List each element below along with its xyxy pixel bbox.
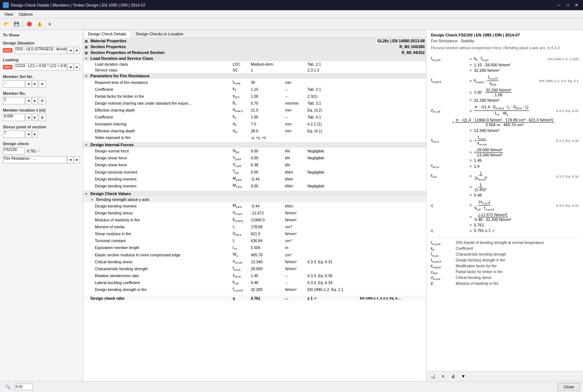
ted-ref: Negligible [306,168,359,175]
expand-icon-mp[interactable]: ▣ [85,39,88,43]
fire-dropdown[interactable]: Fire Resistance - ... [3,156,67,163]
ldc-sym: LDC [231,61,250,67]
rp-btn-2[interactable]: ≡ [438,372,448,381]
cv-sigma-extra [358,209,426,216]
ned-ref: Negligible [306,148,359,155]
cv-e005-label: Modulus of elasticity in fire [83,217,231,224]
pf-label: Partial factor for timber in fire [83,93,231,100]
tab-design-checks-location[interactable]: Design Checks in Location [131,30,188,38]
toolbar-btn-4[interactable]: ⚠️ [35,19,44,29]
toolbar-btn-1[interactable]: 📂 [1,19,11,29]
member-location-input[interactable]: 0.000 [3,114,25,121]
fire-req-extra [358,79,426,86]
formula-block-6: η = |σm,y,d| kcrit · fm,y,d,fi 6.3.3, Eq… [431,199,579,233]
bending-header-row: ▼ Bending strength about y-axis [83,197,426,202]
design-situation-dropdown[interactable]: DSS - ULS (STR/GEO) - Accident... [15,47,67,54]
rp-btn-3[interactable]: 🖨 [448,372,458,381]
status-search-btn[interactable]: 🔍 [3,382,12,392]
mn-prev-btn[interactable]: ◄ [26,97,31,104]
tab-design-check-details[interactable]: Design Check Details [83,30,131,38]
formula-row-sigma-crit-2: = π · √(1.4 · 11960.0 N/mm² · 178.89 cm⁴… [431,118,579,127]
def-row: Effective charring depth def 28.0 mm Eq.… [83,128,426,135]
mn-next-btn[interactable]: ► [32,97,38,104]
ml-next-btn[interactable]: ► [32,114,38,121]
maximize-button[interactable]: □ [564,1,571,9]
vzed-label: Design shear force [83,162,231,168]
cv-e005-unit: N/mm² [284,217,306,224]
ds-next-btn[interactable]: ► [74,47,80,54]
def-extra [358,128,426,135]
check-ratio-row: Design check ratio η 0.761 -- ≤ 1 ✓ EN 1… [83,295,426,301]
menu-options[interactable]: Options [16,11,36,17]
ned-row: Design normal force NEd 0.00 kN Negligib… [83,148,426,155]
mzed-label: Design bending moment [83,182,231,189]
se-label: Sides exposed to fire [83,135,231,140]
ldc-extra [358,61,426,67]
ted-unit: kNm [284,168,306,175]
close-button[interactable]: ✕ [573,1,580,9]
ecd-unit: mm [284,106,306,113]
ml-prev-btn[interactable]: ◄ [26,114,31,121]
ml-action-btn[interactable]: ⊞ [39,114,46,121]
member-no-label: Member No. [3,91,80,96]
rp-btn-1[interactable]: 📊 [428,372,437,381]
expand-icon-fp[interactable]: ▼ [85,74,88,78]
menu-view[interactable]: View [1,11,16,17]
expand-icon-bending[interactable]: ▼ [90,198,94,202]
pf-unit: -- [284,93,306,100]
ted-value: 0.00 [249,168,283,175]
toolbar-btn-2[interactable]: 💾 [12,19,21,29]
right-panel: Design Check FS2100 | EN 1995 | DIN | 20… [426,30,583,381]
material-properties-value: GL28c | EN 14080:2013-08 [358,38,426,44]
legend-fmy20: fm,y,20 20% fractile of bending strength… [431,241,579,246]
myed-sym: My,Ed [231,175,250,182]
ds-prev-btn[interactable]: ◄ [67,47,73,54]
loading-dropdown[interactable]: CO19 - LC1 + 0.50 * LC2 + 0.50 ... [15,63,67,71]
mn-action-btn[interactable]: ⊕ [39,97,46,104]
toolbar: 📂 💾 🔴 ⚠️ ≡ [0,18,583,30]
pf-sym: γM,fi [231,93,250,100]
formula-row-fmy20-1: fm,y,20 = kfi · fm,y,k EN 1995-1-2, 2.3(… [431,56,579,62]
lambda-val3: 1.45 [474,158,535,163]
toolbar-btn-5[interactable]: ≡ [45,19,54,29]
ms-prev-btn[interactable]: ◄ [26,80,31,88]
load-next-btn[interactable]: ► [74,63,80,71]
sc-unit [284,67,306,73]
ms-next-btn[interactable]: ► [32,80,38,88]
member-no-input[interactable]: 2 [3,97,25,104]
toolbar-btn-3[interactable]: 🔴 [24,19,34,29]
load-prev-btn[interactable]: ◄ [67,63,73,71]
cv-sigma-sym: σm,y,d [231,209,250,216]
stress-point-input[interactable]: 7 [3,131,25,138]
ms-action-btn[interactable]: ⊕ [39,80,46,88]
cv-fmydfi-row: Design bending strength in fire fm,y,d,f… [83,286,426,293]
ic-sym: d0 [231,121,250,128]
close-button[interactable]: Close [557,383,580,391]
rp-btn-4[interactable]: ▼ [459,372,468,381]
cv-fmyk-row: Characteristic bending strength fm,y,k 2… [83,265,426,272]
se-ref [306,135,359,140]
expand-icon-spr[interactable]: ▣ [85,51,88,55]
expand-icon-cv[interactable]: ▼ [85,192,88,196]
fire-prev-btn[interactable]: ◄ [67,156,73,163]
k0-label: Coefficient [83,113,231,120]
internal-forces-label: Design Internal Forces [90,143,134,147]
design-check-input[interactable]: FS2100 [3,147,25,155]
sp-prev-btn[interactable]: ◄ [26,131,31,138]
ldc-unit [284,61,306,67]
fire-next-btn[interactable]: ► [74,156,80,163]
member-set-input[interactable]: -- [3,80,25,88]
myed-value: -5.44 [249,175,283,182]
expand-icon-sp[interactable]: ▣ [85,45,88,49]
expand-icon-if[interactable]: ▼ [85,143,88,147]
coeff-kfi-label: Coefficient [83,86,231,93]
sp-next-btn[interactable]: ► [32,131,38,138]
cv-lcr-label: Equivalent member length [83,244,231,251]
minimize-button[interactable]: ─ [555,1,563,9]
expand-icon-ld[interactable]: ▼ [85,57,88,61]
vzed-value: 6.38 [249,162,283,168]
cv-g05-value: 621.0 [249,230,283,237]
right-panel-toolbar: 📊 ≡ 🖨 ▼ [426,371,583,381]
tab-bar: Design Check Details Design Checks in Lo… [83,30,426,38]
cv-fmyk-unit: N/mm² [284,265,306,272]
